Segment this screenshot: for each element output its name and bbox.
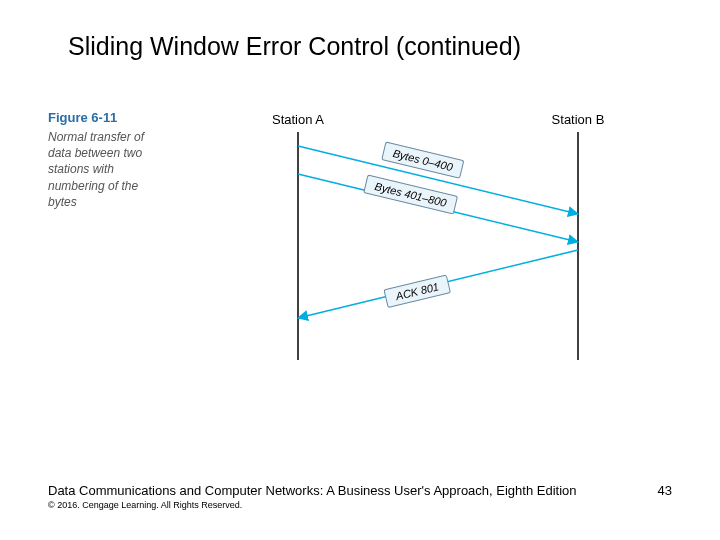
figure-area: Figure 6-11 Normal transfer of data betw… <box>48 110 672 390</box>
figure-number: Figure 6-11 <box>48 110 168 125</box>
figure-label-block: Figure 6-11 Normal transfer of data betw… <box>48 110 168 210</box>
sequence-diagram: Station A Station B Bytes 0–400 Bytes 40… <box>178 110 648 370</box>
msg3-box: ACK 801 <box>384 275 450 307</box>
footer: Data Communications and Computer Network… <box>48 483 672 510</box>
footer-line: Data Communications and Computer Network… <box>48 483 672 498</box>
page-title: Sliding Window Error Control (continued) <box>0 0 720 61</box>
page-number: 43 <box>658 483 672 498</box>
copyright: © 2016. Cengage Learning. All Rights Res… <box>48 500 672 510</box>
book-title: Data Communications and Computer Network… <box>48 483 577 498</box>
figure-caption: Normal transfer of data between two stat… <box>48 129 168 210</box>
station-a-label: Station A <box>272 112 324 127</box>
station-b-label: Station B <box>552 112 605 127</box>
msg1-box: Bytes 0–400 <box>382 142 464 178</box>
